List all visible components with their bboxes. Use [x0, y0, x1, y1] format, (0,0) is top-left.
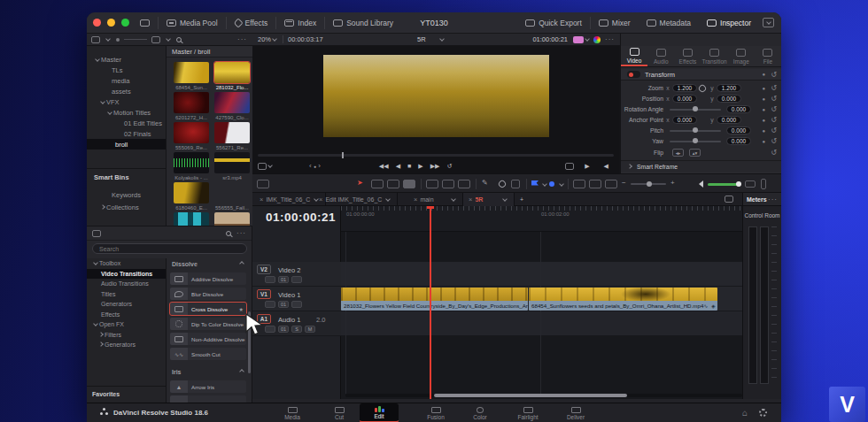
bin-item-master[interactable]: Master	[87, 54, 166, 65]
detail-zoom-icon[interactable]	[589, 180, 601, 188]
track-header-v1[interactable]: V1 Video 1 01	[252, 287, 341, 311]
category-filters[interactable]: Filters	[87, 330, 166, 341]
link-xy-icon[interactable]	[697, 83, 707, 93]
grid-view-icon[interactable]	[151, 36, 160, 43]
dissolve-group-header[interactable]: Dissolve	[167, 258, 252, 270]
tab-chevron-icon[interactable]	[385, 196, 391, 202]
smart-bin-keywords[interactable]: Keywords	[87, 189, 166, 200]
track-header-a1[interactable]: A1 Audio 1 2.0 01 S M	[252, 311, 341, 336]
transition-non-additive-dissolve[interactable]: Non-Additive Dissolve	[170, 333, 246, 345]
home-icon[interactable]: ⌂	[742, 408, 748, 418]
keyframe-icon[interactable]: ●	[762, 128, 765, 134]
page-fairlight[interactable]: Fairlight	[508, 403, 547, 422]
transition-arrow-iris[interactable]: ▲Arrow Iris	[170, 380, 246, 393]
marker-chevron-icon[interactable]	[559, 181, 564, 187]
track-lock-icon[interactable]	[265, 276, 275, 283]
loop-button[interactable]: ↺	[446, 163, 452, 170]
media-clip-item[interactable]: sr3.mp4	[214, 152, 250, 180]
index-button[interactable]: Index	[276, 12, 324, 33]
media-pool-more-icon[interactable]: ···	[237, 35, 247, 43]
anchor-x-field[interactable]: 0.000	[672, 116, 697, 124]
reset-icon[interactable]: ↺	[771, 71, 777, 79]
bin-item-01-edit-titles[interactable]: 01 Edit Titles	[87, 118, 166, 128]
tab-image[interactable]: Image	[728, 46, 755, 66]
minimize-window-button[interactable]	[107, 19, 115, 27]
reset-icon[interactable]: ↺	[771, 137, 777, 145]
position-x-field[interactable]: 0.000	[672, 95, 697, 103]
media-clip-item[interactable]: 556271_Re...	[214, 122, 250, 150]
color-wheel-icon[interactable]	[593, 36, 601, 43]
viewer-timeline-name[interactable]: 5R	[417, 35, 426, 43]
layout-preset-button[interactable]	[763, 18, 774, 27]
page-deliver[interactable]: Deliver	[556, 403, 595, 422]
reset-icon[interactable]: ↺	[771, 95, 777, 103]
pitch-field[interactable]: 0.000	[726, 127, 751, 134]
bin-item-assets[interactable]: assets	[87, 86, 166, 96]
effects-button[interactable]: Effects	[227, 12, 276, 33]
thumb-size-slider[interactable]	[124, 39, 147, 40]
tab-effects[interactable]: Effects	[674, 46, 701, 66]
position-lock-icon[interactable]	[511, 180, 520, 188]
transition-dip-to-color-dissolve[interactable]: Dip To Color Dissolve	[170, 318, 246, 330]
track-lock-icon[interactable]	[265, 301, 275, 308]
in-to-out-icon[interactable]: ▶	[585, 163, 589, 170]
reset-icon[interactable]: ↺	[771, 149, 777, 157]
retime-curve-tool[interactable]: ✎	[482, 179, 488, 187]
safe-area-icon[interactable]	[258, 163, 267, 170]
media-clip-item[interactable]: 556555_Fall...	[214, 182, 250, 211]
iris-group-header[interactable]: Iris	[167, 366, 252, 378]
keyframe-icon[interactable]: ●	[762, 118, 765, 123]
sync-chevron-icon[interactable]	[585, 36, 590, 42]
dim-button[interactable]	[745, 180, 756, 188]
audio-monitor-icon[interactable]	[695, 180, 703, 188]
page-media[interactable]: Media	[273, 403, 312, 422]
go-to-end-button[interactable]: ▶▶	[430, 163, 440, 170]
timeline-tab-active[interactable]: × 5R	[463, 193, 515, 206]
track-badge-v1[interactable]: V1	[257, 289, 271, 299]
timeline-ruler[interactable]: 01:00:00:00 01:00:02:00	[341, 206, 742, 232]
category-effects[interactable]: Effects	[87, 310, 166, 320]
flip-vertical-button[interactable]: ▴▾	[689, 149, 701, 157]
panel-toggle-icon[interactable]	[92, 230, 101, 237]
rotation-field[interactable]: 0.000	[726, 105, 751, 113]
marker-icon[interactable]	[549, 181, 554, 187]
media-clip-item[interactable]: Kolyakolis - ...	[174, 152, 209, 180]
metadata-button[interactable]: Metadata	[639, 12, 699, 33]
smart-bin-collections[interactable]: Collections	[87, 202, 166, 212]
tab-chevron-icon[interactable]	[502, 196, 508, 202]
zoom-out-button[interactable]: −	[622, 179, 626, 187]
keyframe-icon[interactable]: ●	[762, 96, 765, 102]
pitch-slider[interactable]	[670, 130, 721, 132]
stop-button[interactable]: ■	[407, 163, 411, 169]
reset-icon[interactable]: ↺	[771, 105, 777, 113]
category-open-fx[interactable]: Open FX	[87, 319, 166, 330]
transition-cross-dissolve[interactable]: Cross Dissolve★	[170, 303, 246, 315]
zoom-chevron-icon[interactable]	[272, 36, 277, 42]
category-generators-fx[interactable]: Generators	[87, 340, 166, 350]
transition-blur-dissolve[interactable]: Blur Dissolve	[170, 288, 246, 300]
transform-section-header[interactable]: Transform ● ↺	[621, 69, 781, 81]
view-chevron-icon[interactable]	[166, 36, 171, 42]
page-fusion[interactable]: Fusion	[416, 403, 455, 422]
bin-item-tls[interactable]: TLs	[87, 65, 166, 75]
transform-toggle[interactable]	[627, 71, 640, 78]
step-back-button[interactable]: ◀	[396, 163, 400, 170]
timeline-name-chevron-icon[interactable]	[439, 36, 445, 42]
mixer-button[interactable]: Mixer	[591, 12, 639, 33]
tab-audio[interactable]: Audio	[647, 46, 674, 66]
track-lane-a1[interactable]	[341, 311, 742, 336]
bin-item-media[interactable]: media	[87, 75, 166, 86]
media-clip-item[interactable]: 6201272_H...	[174, 92, 209, 120]
replace-clip-tool[interactable]	[458, 180, 470, 188]
previous-frame-icon[interactable]: ◀	[604, 163, 608, 170]
bin-item-motion-titles[interactable]: Motion Titles	[87, 107, 166, 118]
timeline-zoom-slider[interactable]	[631, 183, 666, 185]
solo-button[interactable]: S	[291, 326, 302, 333]
settings-gear-icon[interactable]	[759, 409, 767, 417]
zoom-in-button[interactable]: +	[670, 179, 675, 187]
media-clip-item[interactable]: 250456_Div...	[174, 212, 209, 226]
linked-selection-icon[interactable]	[497, 179, 507, 188]
keyframe-icon[interactable]: ●	[762, 72, 765, 77]
search-icon[interactable]	[176, 37, 182, 42]
clean-feed-icon[interactable]	[140, 19, 150, 27]
